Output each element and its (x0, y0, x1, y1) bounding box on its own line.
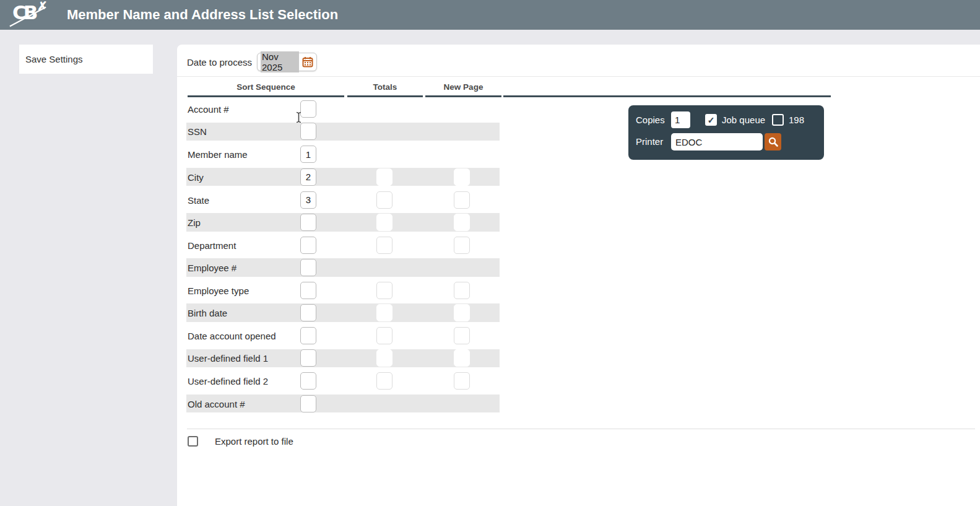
header-rule-newpage (425, 95, 501, 97)
totals-checkbox[interactable] (376, 349, 392, 367)
station-checkbox[interactable] (772, 114, 784, 126)
row-label: Birth date (188, 308, 227, 318)
new-page-checkbox[interactable] (454, 214, 470, 231)
row-label: City (188, 172, 204, 182)
header-rule-totals (347, 95, 423, 97)
sort-sequence-input[interactable] (300, 168, 316, 186)
table-row: Member name (186, 143, 500, 166)
calendar-icon[interactable] (302, 56, 313, 68)
row-label: Date account opened (188, 331, 276, 341)
totals-checkbox[interactable] (376, 372, 392, 390)
text-cursor (295, 111, 302, 126)
print-options-panel: Copies ✓ Job queue 198 Printer (628, 105, 824, 160)
new-page-checkbox[interactable] (454, 168, 470, 186)
date-to-process-value: Nov 2025 (261, 51, 299, 72)
sort-sequence-input[interactable] (300, 372, 316, 390)
sort-sequence-input[interactable] (300, 395, 316, 412)
row-label: State (188, 194, 209, 205)
copies-label: Copies (636, 115, 665, 125)
row-label: User-defined field 1 (188, 353, 268, 364)
table-row: User-defined field 2 (186, 370, 500, 393)
sort-sequence-input[interactable] (300, 304, 316, 321)
printer-search-button[interactable] (765, 133, 781, 150)
export-report-toggle[interactable]: Export report to file (188, 436, 293, 447)
column-header-totals: Totals (347, 82, 423, 92)
table-row: Zip (186, 211, 500, 234)
divider (177, 76, 980, 77)
new-page-checkbox[interactable] (454, 282, 470, 299)
sort-sequence-input[interactable] (300, 100, 316, 118)
table-row: Employee # (186, 256, 500, 279)
new-page-checkbox[interactable] (454, 191, 470, 209)
new-page-checkbox[interactable] (454, 372, 470, 390)
new-page-checkbox[interactable] (454, 237, 470, 254)
row-label: Old account # (188, 398, 245, 409)
sort-sequence-input[interactable] (300, 282, 316, 299)
totals-checkbox[interactable] (376, 214, 392, 231)
sort-sequence-input[interactable] (300, 214, 316, 231)
row-label: Employee # (188, 262, 236, 273)
totals-checkbox[interactable] (376, 282, 392, 299)
row-label: Member name (188, 149, 248, 160)
table-row: State (186, 188, 500, 211)
column-header-sort-sequence: Sort Sequence (188, 82, 344, 92)
app-header: CB ✗ Member Name and Address List Select… (0, 0, 980, 30)
copies-input[interactable] (671, 111, 690, 128)
checkmark-icon: ✓ (708, 115, 715, 125)
table-row: Date account opened (186, 325, 500, 347)
totals-checkbox[interactable] (376, 168, 392, 186)
app-logo: CB ✗ (9, 0, 53, 30)
table-row: City (186, 166, 500, 189)
sort-sequence-input[interactable] (300, 237, 316, 254)
totals-checkbox[interactable] (376, 237, 392, 254)
sort-sequence-input[interactable] (300, 349, 316, 367)
new-page-checkbox[interactable] (454, 349, 470, 367)
table-row: Birth date (186, 302, 500, 325)
field-table: Account # SSN Member name City State Zip… (186, 98, 500, 415)
row-label: Employee type (188, 286, 249, 296)
row-label: Zip (188, 217, 201, 227)
main-panel: Date to process Nov 2025 Sort Sequence T… (177, 45, 980, 506)
row-label: Account # (188, 104, 229, 115)
header-rule-sort (188, 95, 344, 97)
totals-checkbox[interactable] (376, 327, 392, 344)
new-page-checkbox[interactable] (454, 327, 470, 344)
table-row: SSN (186, 121, 500, 144)
date-to-process-label: Date to process (187, 57, 252, 68)
save-settings-button[interactable]: Save Settings (19, 45, 153, 74)
table-row: Department (186, 234, 500, 257)
sort-sequence-input[interactable] (300, 123, 316, 140)
logo-cb-text: CB (12, 1, 35, 24)
sort-sequence-input[interactable] (300, 327, 316, 344)
table-row: Employee type (186, 279, 500, 302)
page-title: Member Name and Address List Selection (67, 7, 338, 23)
printer-input[interactable] (671, 133, 763, 150)
job-queue-label: Job queue (722, 115, 765, 125)
station-label: 198 (789, 115, 804, 125)
sort-sequence-input[interactable] (300, 191, 316, 209)
row-label: SSN (188, 126, 207, 137)
printer-label: Printer (636, 136, 663, 147)
row-label: User-defined field 2 (188, 376, 268, 386)
row-label: Department (188, 240, 236, 250)
divider (187, 429, 975, 429)
totals-checkbox[interactable] (376, 304, 392, 321)
export-report-label: Export report to file (215, 436, 293, 447)
sort-sequence-input[interactable] (300, 259, 316, 276)
table-row: User-defined field 1 (186, 347, 500, 370)
totals-checkbox[interactable] (376, 191, 392, 209)
sort-sequence-input[interactable] (300, 146, 316, 163)
save-settings-label: Save Settings (25, 54, 83, 64)
new-page-checkbox[interactable] (454, 304, 470, 321)
search-icon (768, 136, 779, 147)
header-rule-right (503, 95, 831, 97)
table-row: Account # (186, 98, 500, 121)
table-row: Old account # (186, 393, 500, 416)
export-report-checkbox[interactable] (188, 436, 198, 447)
date-to-process-input[interactable]: Nov 2025 (257, 53, 317, 71)
column-header-new-page: New Page (425, 82, 501, 92)
job-queue-checkbox[interactable]: ✓ (705, 114, 717, 126)
